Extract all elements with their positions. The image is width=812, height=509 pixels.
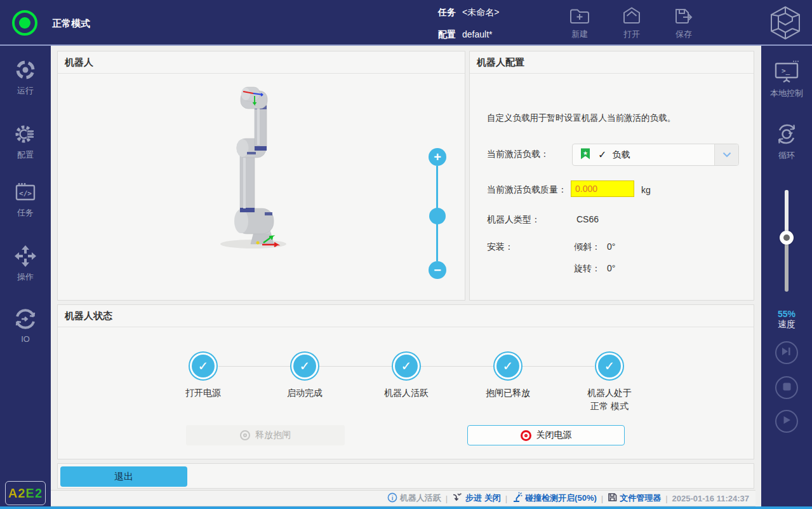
brand-logo-icon (769, 6, 802, 43)
tilt-label: 倾斜： (574, 241, 601, 252)
task-value: <未命名> (462, 7, 499, 17)
step-label: 启动完成 (287, 386, 323, 400)
right-sidebar: >_ 本地控制 循环 5 (761, 46, 812, 509)
selected-check-icon: ✓ (598, 149, 606, 161)
speed-readout: 55% 速度 (761, 309, 812, 329)
zoom-out-button[interactable]: − (429, 261, 446, 279)
bottom-accent-line (0, 506, 812, 509)
status-step-startup-complete: ✓ 启动完成 (254, 351, 356, 400)
sidebar-item-config[interactable]: 配置 (0, 123, 51, 161)
release-brake-label: 释放抱闸 (255, 430, 291, 441)
check-circle-icon: ✓ (290, 351, 319, 381)
check-circle-icon: ✓ (595, 351, 624, 381)
sidebar-item-io[interactable]: IO (0, 308, 51, 344)
payload-mass-input[interactable] (571, 180, 634, 197)
status-panel-title: 机器人状态 (58, 305, 754, 327)
collision-detection-toggle[interactable]: 碰撞检测开启(50%) (512, 492, 597, 505)
play-button[interactable] (775, 410, 798, 433)
mount-tilt: 倾斜： 0° (574, 241, 615, 253)
collision-detection-icon (512, 492, 522, 505)
robot-3d-view[interactable] (210, 86, 318, 261)
bottom-status-bar: i 机器人活跃 | 步进 关闭 | 碰撞检测开启(50%) | (51, 490, 755, 506)
config-row: 配置default* (438, 29, 492, 41)
status-step-brake-released: ✓ 抱闸已释放 (457, 351, 559, 400)
status-step-power-on: ✓ 打开电源 (152, 351, 254, 400)
config-panel-title: 机器人配置 (470, 51, 754, 74)
info-icon: i (387, 492, 397, 505)
save-task-button[interactable]: 保存 (665, 4, 702, 40)
task-label: 任务 (438, 7, 456, 17)
sidebar-item-label: 任务 (17, 207, 34, 219)
exit-row: 退出 (57, 463, 754, 489)
io-cycle-icon (14, 308, 37, 334)
file-manager-icon (608, 492, 617, 504)
config-value: default* (462, 29, 492, 39)
svg-text:</>: </> (19, 189, 32, 198)
step-forward-button[interactable] (775, 341, 798, 364)
sidebar-item-task[interactable]: </> 任务 (0, 182, 51, 219)
run-icon (14, 58, 37, 85)
sidebar-item-label: 本地控制 (770, 88, 803, 99)
robot-type-label: 机器人类型： (487, 214, 540, 226)
payload-description: 自定义负载用于暂时设置机器人当前激活的负载。 (487, 112, 676, 124)
speed-slider-thumb[interactable] (780, 231, 794, 245)
main-content: 机器人 (51, 46, 761, 509)
zoom-slider-thumb[interactable] (429, 208, 446, 224)
step-mode-toggle[interactable]: 步进 关闭 (452, 492, 501, 504)
task-row: 任务<未命名> (438, 7, 499, 18)
local-control-terminal-icon: >_ (774, 60, 799, 88)
mass-unit-label: kg (641, 185, 651, 195)
open-task-button[interactable]: 打开 (613, 4, 650, 40)
mount-rotation: 旋转： 0° (574, 263, 615, 275)
save-file-icon (672, 4, 695, 29)
file-manager-button[interactable]: 文件管理器 (608, 492, 661, 504)
left-sidebar: 运行 配置 </> 任务 (0, 46, 51, 509)
robot-status-panel: 机器人状态 ✓ 打开电源 ✓ 启动完成 ✓ 机器人活跃 ✓ 抱闸已释放 ✓ (57, 304, 754, 459)
robot-active-status: i 机器人活跃 (387, 492, 441, 505)
save-task-label: 保存 (676, 29, 692, 40)
robot-panel-title: 机器人 (58, 51, 465, 74)
mount-label: 安装： (487, 241, 514, 253)
sidebar-item-local-control[interactable]: >_ 本地控制 (761, 60, 812, 99)
sidebar-item-loop[interactable]: 循环 (761, 122, 812, 161)
active-payload-dropdown[interactable]: ★ ✓ 负载 (572, 144, 739, 166)
robot-config-panel: 机器人配置 自定义负载用于暂时设置机器人当前激活的负载。 当前激活负载： ★ ✓… (469, 51, 754, 301)
brake-ring-icon (240, 430, 250, 440)
sidebar-item-run[interactable]: 运行 (0, 58, 51, 97)
loop-cycle-icon (775, 122, 799, 150)
step-label: 机器人处于 正常 模式 (587, 386, 632, 413)
svg-text:>_: >_ (782, 67, 790, 75)
step-mode-icon (452, 492, 463, 504)
sidebar-item-operate[interactable]: 操作 (0, 245, 51, 283)
speed-label: 速度 (761, 319, 812, 329)
sidebar-item-label: 运行 (17, 85, 34, 97)
svg-text:i: i (391, 494, 393, 501)
play-icon (783, 416, 791, 427)
new-task-button[interactable]: 新建 (561, 4, 598, 40)
sidebar-item-label: 循环 (778, 150, 795, 161)
exit-button[interactable]: 退出 (60, 466, 187, 487)
skip-next-icon (782, 347, 792, 358)
speed-slider[interactable] (785, 190, 789, 292)
config-label: 配置 (438, 29, 456, 39)
zoom-in-button[interactable]: + (429, 148, 446, 166)
release-brake-button[interactable]: 释放抱闸 (186, 425, 345, 445)
keyboard-layout-badge[interactable]: A2E2 (5, 481, 46, 505)
power-off-button[interactable]: 关闭电源 (467, 425, 625, 445)
task-code-icon: </> (14, 182, 37, 207)
power-off-icon (521, 430, 531, 441)
rotation-label: 旋转： (574, 263, 601, 273)
mode-status-light-icon (12, 10, 37, 36)
stop-button[interactable] (775, 376, 798, 399)
move-arrows-icon (14, 245, 37, 271)
active-payload-label: 当前激活负载： (487, 149, 549, 160)
chevron-down-icon (714, 144, 738, 165)
top-bar: 正常模式 任务<未命名> 配置default* 新建 (0, 0, 812, 46)
datetime-display: 2025-01-16 11:24:37 (672, 494, 749, 503)
svg-text:★: ★ (583, 149, 588, 156)
new-file-icon (568, 4, 591, 29)
payload-mass-label: 当前激活负载质量： (487, 184, 567, 196)
step-label: 抱闸已释放 (486, 386, 530, 400)
robot-type-value: CS66 (576, 214, 599, 224)
step-label: 打开电源 (185, 386, 221, 400)
